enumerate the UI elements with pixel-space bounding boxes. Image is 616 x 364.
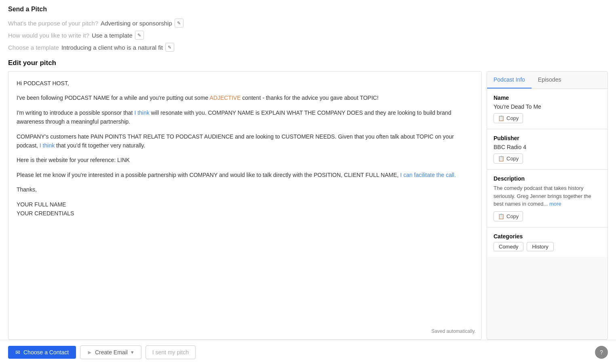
template-row: Choose a template Introducing a client w… <box>8 43 608 52</box>
sidebar-publisher-section: Publisher BBC Radio 4 📋 Copy <box>487 129 608 170</box>
sidebar-tabs: Podcast Info Episodes <box>487 72 608 89</box>
categories-row: Comedy History <box>494 242 601 251</box>
para2: I'm writing to introduce a possible spon… <box>17 108 473 126</box>
publisher-label: Publisher <box>494 135 601 141</box>
purpose-label: What's the purpose of your pitch? <box>8 20 98 27</box>
copy-icon: 📋 <box>498 115 504 121</box>
help-button[interactable]: ? <box>595 346 608 359</box>
para5: Please let me know if you're interested … <box>17 170 473 179</box>
chevron-down-icon: ▼ <box>130 350 135 355</box>
tab-episodes[interactable]: Episodes <box>532 72 568 88</box>
choose-contact-button[interactable]: ✉ Choose a Contact <box>8 346 76 359</box>
category-badge-history: History <box>527 242 553 251</box>
write-value: Use a template <box>92 32 133 39</box>
create-email-button[interactable]: ► Create Email ▼ <box>80 345 141 359</box>
purpose-value: Advertising or sponsorship <box>101 20 172 27</box>
send-icon: ► <box>87 349 93 356</box>
saved-note: Saved automatically. <box>431 328 476 335</box>
full-name: YOUR FULL NAME YOUR CREDENTIALS <box>17 200 473 218</box>
sidebar-description-section: Description The comedy podcast that take… <box>487 170 608 227</box>
publisher-value: BBC Radio 4 <box>494 144 601 150</box>
template-value: Introducing a client who is a natural fi… <box>61 44 163 51</box>
description-more-link[interactable]: more <box>549 201 561 207</box>
name-copy-button[interactable]: 📋 Copy <box>494 113 523 123</box>
sidebar-categories-section: Categories Comedy History <box>487 227 608 257</box>
pitch-editor[interactable]: Hi PODCAST HOST, I've been following POD… <box>8 71 482 340</box>
description-text: The comedy podcast that takes history se… <box>494 184 601 208</box>
category-badge-comedy: Comedy <box>494 242 523 251</box>
purpose-row: What's the purpose of your pitch? Advert… <box>8 19 608 27</box>
write-row: How would you like to write it? Use a te… <box>8 31 608 40</box>
email-icon: ✉ <box>15 349 20 356</box>
sidebar-name-section: Name You're Dead To Me 📋 Copy <box>487 89 608 129</box>
write-edit-icon[interactable]: ✎ <box>135 31 144 40</box>
tab-podcast-info[interactable]: Podcast Info <box>487 72 532 88</box>
para4: Here is their website for your reference… <box>17 156 473 164</box>
purpose-edit-icon[interactable]: ✎ <box>175 19 184 27</box>
para3: COMPANY's customers hate PAIN POINTS THA… <box>17 132 473 150</box>
publisher-copy-button[interactable]: 📋 Copy <box>494 154 523 164</box>
page-title: Send a Pitch <box>8 6 608 13</box>
template-edit-icon[interactable]: ✎ <box>165 43 174 52</box>
copy-icon-2: 📋 <box>498 156 504 162</box>
name-label: Name <box>494 95 601 101</box>
categories-label: Categories <box>494 233 601 240</box>
write-label: How would you like to write it? <box>8 32 89 39</box>
para1: I've been following PODCAST NAME for a w… <box>17 93 473 102</box>
thanks: Thanks, <box>17 185 473 194</box>
sidebar: Podcast Info Episodes Name You're Dead T… <box>487 71 608 340</box>
greeting: Hi PODCAST HOST, <box>17 79 473 88</box>
description-copy-button[interactable]: 📋 Copy <box>494 211 523 221</box>
name-value: You're Dead To Me <box>494 103 601 110</box>
description-label: Description <box>494 175 601 182</box>
sent-pitch-button[interactable]: I sent my pitch <box>146 345 196 359</box>
template-label: Choose a template <box>8 44 59 51</box>
editor-section-title: Edit your pitch <box>8 59 608 67</box>
bottom-bar: ✉ Choose a Contact ► Create Email ▼ I se… <box>0 340 616 364</box>
copy-icon-3: 📋 <box>498 213 504 219</box>
